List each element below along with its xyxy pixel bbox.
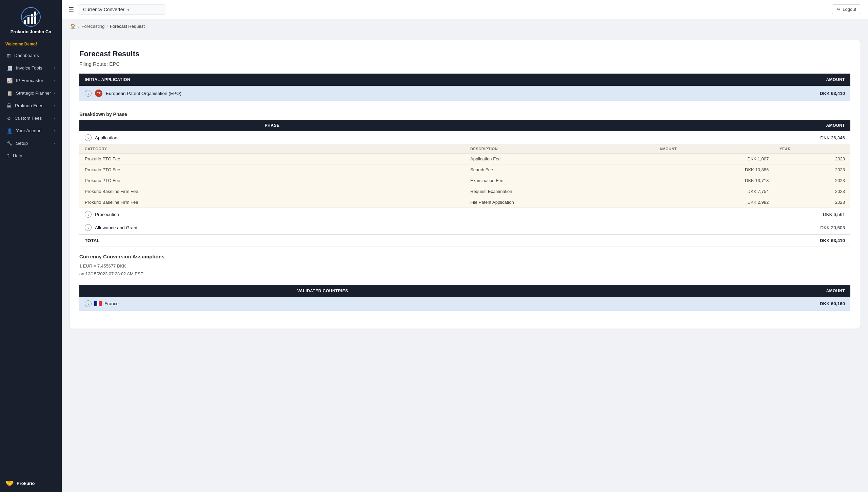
sidebar-item-label: Strategic Planner: [16, 91, 51, 96]
sidebar-item-label: Prokurio Fees: [15, 103, 43, 108]
fee-amount: DKK 2,982: [654, 197, 774, 208]
amount-header: AMOUNT: [657, 74, 850, 86]
sidebar-item-your-account[interactable]: 👤 Your Account ›: [1, 125, 60, 137]
logout-label: Logout: [843, 7, 856, 12]
dashboards-icon: ⊞: [7, 53, 11, 58]
home-breadcrumb[interactable]: 🏠: [70, 23, 76, 29]
topbar-title-box[interactable]: Currency Converter ▾: [78, 4, 166, 15]
table-row: Prokurio PTO Fee Examination Fee DKK 13,…: [79, 175, 850, 186]
svg-rect-7: [99, 301, 102, 306]
sidebar-item-invoice-tools[interactable]: 🧾 Invoice Tools ›: [1, 62, 60, 74]
ip-forecaster-icon: 📈: [7, 78, 13, 83]
france-toggle-button[interactable]: ∨: [85, 300, 92, 307]
topbar-left: ☰ Currency Converter ▾: [68, 4, 166, 15]
content-area: Forecast Results Filing Route: EPC INITI…: [62, 33, 868, 492]
filing-route: Filing Route: EPC: [79, 61, 850, 67]
chevron-right-icon: ›: [54, 141, 55, 145]
validated-amount-header: AMOUNT: [566, 285, 850, 297]
hamburger-icon[interactable]: ☰: [68, 6, 74, 13]
chevron-right-icon: ›: [54, 129, 55, 133]
svg-rect-1: [24, 20, 26, 24]
fee-year: 2023: [774, 154, 850, 164]
prokurio-bottom-label: Prokurio: [17, 481, 35, 486]
fee-category: Prokurio PTO Fee: [79, 164, 465, 175]
sidebar-item-label: Setup: [16, 141, 28, 146]
prokurio-fees-icon: 🏛: [7, 103, 12, 109]
allowance-toggle-button[interactable]: ∨: [85, 224, 92, 231]
total-label: TOTAL: [79, 234, 465, 247]
main-area: ☰ Currency Converter ▾ ↪ Logout 🏠 / Fore…: [62, 0, 868, 492]
table-row: Prokurio Baseline Firm Fee File Patent A…: [79, 197, 850, 208]
currency-date: on 12/15/2023 07:28:02 AM EST: [79, 270, 850, 278]
phase-col-header: PHASE: [79, 120, 465, 131]
category-col-header: CATEGORY: [79, 144, 465, 154]
table-row: Prokurio Baseline Firm Fee Request Exami…: [79, 186, 850, 197]
topbar-title: Currency Converter: [83, 7, 124, 12]
fee-description: Application Fee: [465, 154, 654, 164]
phase-row-allowance: ∨ Allowance and Grant DKK 20,503: [79, 221, 850, 235]
phase-row-application: ∨ Application DKK 36,346: [79, 131, 850, 144]
sidebar-logo: Prokurio Jumbo Co: [0, 0, 62, 39]
phase-table: PHASE AMOUNT ∨ Application DKK 36,346: [79, 120, 850, 247]
custom-fees-icon: ⚙: [7, 116, 11, 121]
fee-amount: DKK 1,007: [654, 154, 774, 164]
fee-description: Examination Fee: [465, 175, 654, 186]
prokurio-bottom-logo: 🤝: [5, 479, 14, 487]
breadcrumb-current: Forecast Request: [110, 24, 145, 29]
logout-button[interactable]: ↪ Logout: [832, 4, 861, 14]
sidebar-item-label: IP Forecaster: [16, 78, 43, 83]
content-card: Forecast Results Filing Route: EPC INITI…: [70, 40, 860, 329]
sidebar-item-help[interactable]: ? Help: [1, 150, 60, 162]
sidebar-item-setup[interactable]: 🔧 Setup ›: [1, 137, 60, 150]
prosecution-phase-amount: DKK 6,561: [465, 208, 850, 221]
fee-year: 2023: [774, 197, 850, 208]
sidebar-bottom: 🤝 Prokurio: [0, 474, 62, 492]
strategic-planner-icon: 📋: [7, 91, 13, 96]
sidebar-item-prokurio-fees[interactable]: 🏛 Prokurio Fees ›: [1, 100, 60, 112]
sidebar-item-label: Dashboards: [14, 53, 39, 58]
fee-category: Prokurio PTO Fee: [79, 154, 465, 164]
validated-countries-header: VALIDATED COUNTRIES: [79, 285, 566, 297]
sidebar-item-label: Your Account: [16, 128, 43, 133]
fee-amount: DKK 7,754: [654, 186, 774, 197]
sidebar-item-strategic-planner[interactable]: 📋 Strategic Planner ›: [1, 87, 60, 99]
sidebar-item-label: Help: [13, 153, 22, 158]
sidebar-item-label: Custom Fees: [15, 116, 42, 121]
fee-amount: DKK 13,718: [654, 175, 774, 186]
fee-year: 2023: [774, 175, 850, 186]
amount-col-header: AMOUNT: [654, 144, 774, 154]
sidebar-item-custom-fees[interactable]: ⚙ Custom Fees ›: [1, 112, 60, 124]
currency-title: Currency Conversion Assumptions: [79, 254, 850, 259]
fee-category: Prokurio Baseline Firm Fee: [79, 186, 465, 197]
france-label: France: [104, 301, 119, 306]
application-toggle-button[interactable]: ∨: [85, 134, 92, 141]
validated-countries-table: VALIDATED COUNTRIES AMOUNT ∨: [79, 285, 850, 311]
breakdown-title: Breakdown by Phase: [79, 107, 850, 120]
invoice-tools-icon: 🧾: [7, 65, 13, 71]
epo-amount: DKK 63,410: [657, 86, 850, 101]
fee-description: Search Fee: [465, 164, 654, 175]
fee-description: Request Examination: [465, 186, 654, 197]
sidebar-welcome: Welcome Demo!: [0, 39, 62, 48]
svg-rect-2: [27, 17, 29, 24]
sidebar-item-ip-forecaster[interactable]: 📈 IP Forecaster ›: [1, 75, 60, 87]
prosecution-toggle-button[interactable]: ∨: [85, 211, 92, 218]
year-col-header: YEAR: [774, 144, 850, 154]
prosecution-phase-label: Prosecution: [95, 212, 119, 217]
allowance-phase-amount: DKK 20,503: [465, 221, 850, 235]
fee-description: File Patent Application: [465, 197, 654, 208]
epo-toggle-button[interactable]: ∨: [85, 90, 92, 97]
application-phase-label: Application: [95, 135, 117, 140]
breadcrumb-forecasting[interactable]: Forecasting: [82, 24, 105, 29]
initial-app-header: INITIAL APPLICATION: [79, 74, 657, 86]
chevron-right-icon: ›: [54, 79, 55, 82]
fee-category: Prokurio PTO Fee: [79, 175, 465, 186]
sidebar-item-dashboards[interactable]: ⊞ Dashboards: [1, 50, 60, 62]
setup-icon: 🔧: [7, 141, 13, 146]
france-amount: DKK 60,160: [566, 297, 850, 311]
sidebar-item-label: Invoice Tools: [16, 65, 42, 71]
allowance-phase-label: Allowance and Grant: [95, 225, 137, 230]
epo-label: European Patent Organisation (EPO): [106, 91, 181, 96]
total-row: TOTAL DKK 63,410: [79, 234, 850, 247]
description-col-header: DESCRIPTION: [465, 144, 654, 154]
